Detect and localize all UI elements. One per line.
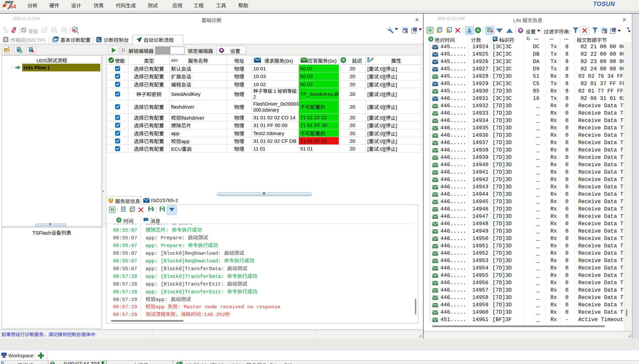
- svg-text:c: c: [448, 28, 450, 32]
- svg-text:64: 64: [10, 3, 16, 9]
- svg-text:0: 0: [73, 30, 75, 33]
- svg-text:9: 9: [181, 362, 182, 364]
